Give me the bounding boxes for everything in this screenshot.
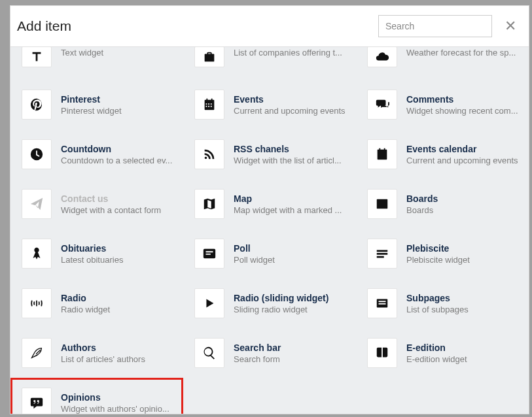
item-desc: Poll widget [234,255,347,265]
item-desc: Pinterest widget [61,106,175,116]
item-desc: Plebiscite widget [406,255,520,265]
search-input[interactable] [378,15,492,37]
item-title: Subpages [406,293,520,303]
item-title: Poll [234,243,347,254]
item-desc: Radio widget [61,305,175,314]
item-text: CountdownCountdown to a selected ev... [61,144,175,165]
item-text: CommentsWidget showing recent com... [406,94,520,116]
item-desc: Search form [234,354,347,364]
item-text: PollPoll widget [234,243,347,265]
item-desc: Widget showing recent com... [406,106,520,116]
item-text: Contact usWidget with a contact form [61,193,175,215]
item-title: Authors [61,342,175,353]
poll-icon [194,239,224,269]
widget-item-e-edition[interactable]: E-editionE-edition widget [356,328,529,378]
widget-item-rss-chanels[interactable]: RSS chanelsWidget with the list of artic… [183,129,356,179]
widget-item-search-bar[interactable]: Search barSearch form [183,328,356,378]
item-title: Map [234,193,347,204]
item-text: SubpagesList of subpages [406,293,520,314]
item-text: ObituariesLatest obituaries [61,243,175,265]
widget-item-opinions[interactable]: OpinionsWidget with authors' opinio... [10,378,183,414]
search-icon [194,338,224,368]
widget-item-events[interactable]: EventsCurrent and upcoming events [183,80,356,129]
widget-item-business-directory[interactable]: Business DirectoryList of companies offe… [183,47,356,80]
item-desc: List of subpages [406,305,520,314]
item-title: Radio [61,293,175,303]
quote-icon [22,388,52,414]
add-item-modal: Add item ✕ TextText widgetBusiness Direc… [10,5,529,414]
widget-item-subpages[interactable]: SubpagesList of subpages [356,278,529,328]
pinterest-icon [22,90,52,120]
item-text: Events calendarCurrent and upcoming even… [406,144,520,165]
item-desc: Widget with authors' opinio... [61,404,175,414]
item-desc: List of articles' authors [61,354,175,364]
item-title: Contact us [61,193,175,204]
close-icon: ✕ [505,18,516,35]
list-icon [367,288,397,318]
items-grid: TextText widgetBusiness DirectoryList of… [10,47,529,414]
item-desc: Current and upcoming events [234,106,347,116]
widget-item-weather[interactable]: WeatherWeather forecast for the sp... [356,47,529,80]
item-text: RSS chanelsWidget with the list of artic… [234,144,347,165]
item-desc: List of companies offering t... [234,48,347,58]
play-icon [194,288,224,318]
widget-item-radio-sliding-widget-[interactable]: Radio (sliding widget)Sliding radio widg… [183,278,356,328]
widget-item-pinterest[interactable]: PinterestPinterest widget [10,80,183,129]
modal-body[interactable]: TextText widgetBusiness DirectoryList of… [10,47,529,414]
item-title: Events calendar [406,144,520,154]
item-title: Countdown [61,144,175,154]
text-icon [22,47,52,67]
item-desc: Current and upcoming events [406,156,520,165]
item-desc: Sliding radio widget [234,305,347,314]
item-title: Search bar [234,342,347,353]
item-title: Opinions [61,392,175,403]
item-text: MapMap widget with a marked ... [234,193,347,215]
close-button[interactable]: ✕ [504,20,517,33]
feather-icon [22,338,52,368]
item-title: Boards [406,193,520,204]
widget-item-comments[interactable]: CommentsWidget showing recent com... [356,80,529,129]
item-title: Plebiscite [406,243,520,254]
comments-icon [367,90,397,120]
item-text: OpinionsWidget with authors' opinio... [61,392,175,414]
item-title: Events [234,94,347,105]
widget-item-poll[interactable]: PollPoll widget [183,229,356,278]
widget-item-boards[interactable]: BoardsBoards [356,179,529,229]
item-text: WeatherWeather forecast for the sp... [406,48,520,58]
widget-item-countdown[interactable]: CountdownCountdown to a selected ev... [10,129,183,179]
item-desc: Countdown to a selected ev... [61,156,175,165]
widget-item-plebiscite[interactable]: PlebiscitePlebiscite widget [356,229,529,278]
item-text: Search barSearch form [234,342,347,364]
widget-item-radio[interactable]: RadioRadio widget [10,278,183,328]
item-desc: Widget with a contact form [61,205,175,215]
paper-plane-icon [22,189,52,219]
cloud-icon [367,47,397,67]
item-desc: Text widget [61,48,175,58]
widget-item-obituaries[interactable]: ObituariesLatest obituaries [10,229,183,278]
widget-item-map[interactable]: MapMap widget with a marked ... [183,179,356,229]
widget-item-text[interactable]: TextText widget [10,47,183,80]
item-desc: Latest obituaries [61,255,175,265]
widget-item-contact-us[interactable]: Contact usWidget with a contact form [10,179,183,229]
widget-item-events-calendar[interactable]: Events calendarCurrent and upcoming even… [356,129,529,179]
item-text: Radio (sliding widget)Sliding radio widg… [234,293,347,314]
radio-icon [22,288,52,318]
item-title: Radio (sliding widget) [234,293,347,303]
item-desc: Widget with the list of articl... [234,156,347,165]
item-text: PinterestPinterest widget [61,94,175,116]
item-text: Business DirectoryList of companies offe… [234,48,347,58]
calendar-grid-icon [194,90,224,120]
rss-icon [194,139,224,169]
item-desc: Boards [406,205,520,215]
map-icon [194,189,224,219]
item-text: PlebiscitePlebiscite widget [406,243,520,265]
item-text: AuthorsList of articles' authors [61,342,175,364]
widget-item-authors[interactable]: AuthorsList of articles' authors [10,328,183,378]
item-desc: Map widget with a marked ... [234,205,347,215]
book-icon [367,338,397,368]
modal-header: Add item ✕ [10,6,529,47]
briefcase-icon [194,47,224,67]
item-title: Pinterest [61,94,175,105]
item-title: Comments [406,94,520,105]
lines-icon [367,239,397,269]
